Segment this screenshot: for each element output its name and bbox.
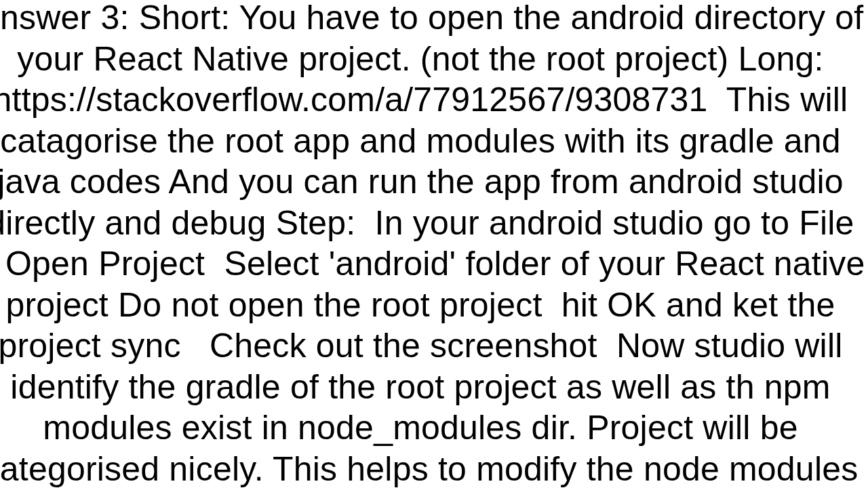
document-content: Answer 3: Short: You have to open the an… xyxy=(0,0,868,488)
answer-text: Answer 3: Short: You have to open the an… xyxy=(0,0,868,488)
